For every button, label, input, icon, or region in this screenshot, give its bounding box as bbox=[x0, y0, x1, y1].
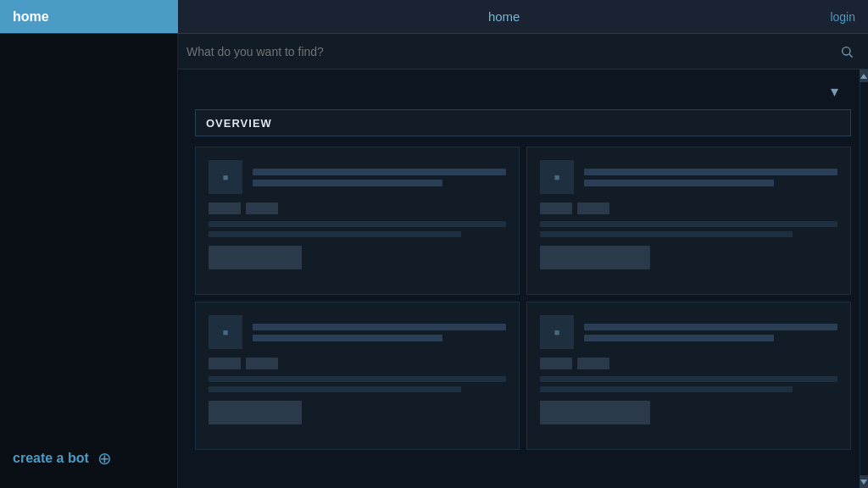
card-thumb-icon-2: ■ bbox=[554, 172, 560, 182]
search-input[interactable] bbox=[186, 45, 827, 58]
nav-title: home bbox=[488, 9, 520, 24]
overview-section: OVERVIEW ■ bbox=[191, 109, 855, 450]
card-thumb-icon-4: ■ bbox=[554, 327, 560, 337]
card-thumb-icon-3: ■ bbox=[223, 327, 229, 337]
card-line-4b bbox=[584, 335, 774, 341]
svg-marker-3 bbox=[860, 480, 867, 485]
content-area: ▾ OVERVIEW ■ bbox=[178, 34, 868, 488]
card-line-3a bbox=[253, 324, 506, 330]
chevron-area: ▾ bbox=[191, 78, 855, 109]
login-label: login bbox=[830, 10, 855, 24]
create-bot-button[interactable]: create a bot ⊕ bbox=[0, 441, 177, 475]
overview-header: OVERVIEW bbox=[195, 109, 851, 136]
svg-line-1 bbox=[849, 54, 853, 58]
content-scroll[interactable]: ▾ OVERVIEW ■ bbox=[178, 69, 868, 488]
card-thumbnail-3: ■ bbox=[209, 315, 242, 349]
card-desc-4b bbox=[540, 386, 793, 392]
card-4: ■ bbox=[526, 302, 851, 450]
overview-label: OVERVIEW bbox=[206, 117, 272, 130]
search-button[interactable] bbox=[834, 39, 860, 64]
card-action-btn-3[interactable] bbox=[209, 401, 302, 424]
scroll-down-icon bbox=[860, 480, 867, 485]
home-tab[interactable]: home bbox=[0, 0, 178, 33]
card-lines-2 bbox=[584, 160, 837, 194]
svg-point-0 bbox=[843, 47, 850, 54]
chevron-down-icon[interactable]: ▾ bbox=[831, 82, 838, 101]
card-action-btn-1[interactable] bbox=[209, 246, 302, 269]
card-line-4a bbox=[584, 324, 837, 330]
card-top-3: ■ bbox=[209, 315, 506, 349]
card-line-1a bbox=[253, 169, 506, 175]
sidebar: create a bot ⊕ bbox=[0, 34, 178, 488]
scrollbar-track bbox=[860, 69, 868, 488]
scrollbar-down-arrow[interactable] bbox=[860, 475, 868, 488]
card-tag-3a bbox=[209, 358, 241, 369]
create-bot-label: create a bot bbox=[13, 451, 89, 466]
card-line-1b bbox=[253, 180, 442, 186]
card-tag-4b bbox=[577, 358, 609, 369]
search-icon bbox=[840, 45, 854, 58]
card-thumb-icon-1: ■ bbox=[223, 172, 229, 182]
card-desc-2a bbox=[540, 221, 837, 227]
card-top-2: ■ bbox=[540, 160, 837, 194]
card-action-btn-4[interactable] bbox=[540, 401, 650, 424]
card-desc-1b bbox=[209, 231, 461, 237]
nav-center: home bbox=[178, 9, 830, 24]
card-top-4: ■ bbox=[540, 315, 837, 349]
create-bot-icon: ⊕ bbox=[97, 450, 112, 467]
card-lines-4 bbox=[584, 315, 837, 349]
card-tags-1 bbox=[209, 202, 506, 214]
scroll-up-icon bbox=[860, 74, 867, 79]
card-thumbnail-4: ■ bbox=[540, 315, 574, 349]
scrollbar-up-arrow[interactable] bbox=[860, 69, 868, 82]
top-navigation: home home login bbox=[0, 0, 868, 34]
card-line-3b bbox=[253, 335, 442, 341]
card-action-btn-2[interactable] bbox=[540, 246, 650, 269]
card-tag-3b bbox=[246, 358, 278, 369]
card-tag-2b bbox=[577, 202, 609, 214]
card-lines-1 bbox=[253, 160, 506, 194]
card-tags-2 bbox=[540, 202, 837, 214]
card-thumbnail-1: ■ bbox=[209, 160, 242, 194]
card-desc-2b bbox=[540, 231, 793, 237]
cards-grid: ■ bbox=[195, 147, 851, 450]
card-line-2a bbox=[584, 169, 837, 175]
main-layout: create a bot ⊕ ▾ OVERVIEW bbox=[0, 34, 868, 488]
card-desc-4a bbox=[540, 376, 837, 382]
svg-marker-2 bbox=[860, 74, 867, 79]
card-tags-4 bbox=[540, 358, 837, 369]
card-lines-3 bbox=[253, 315, 506, 349]
card-top-1: ■ bbox=[209, 160, 506, 194]
card-tags-3 bbox=[209, 358, 506, 369]
card-thumbnail-2: ■ bbox=[540, 160, 574, 194]
card-tag-2a bbox=[540, 202, 572, 214]
card-desc-1a bbox=[209, 221, 506, 227]
card-desc-3a bbox=[209, 376, 506, 382]
card-3: ■ bbox=[195, 302, 520, 450]
search-bar bbox=[178, 34, 868, 69]
home-tab-label: home bbox=[13, 9, 49, 25]
card-tag-1a bbox=[209, 202, 241, 214]
card-desc-3b bbox=[209, 386, 461, 392]
card-tag-4a bbox=[540, 358, 572, 369]
card-tag-1b bbox=[246, 202, 278, 214]
login-area[interactable]: login bbox=[830, 9, 868, 25]
card-1: ■ bbox=[195, 147, 520, 295]
card-line-2b bbox=[584, 180, 774, 186]
card-2: ■ bbox=[526, 147, 851, 295]
